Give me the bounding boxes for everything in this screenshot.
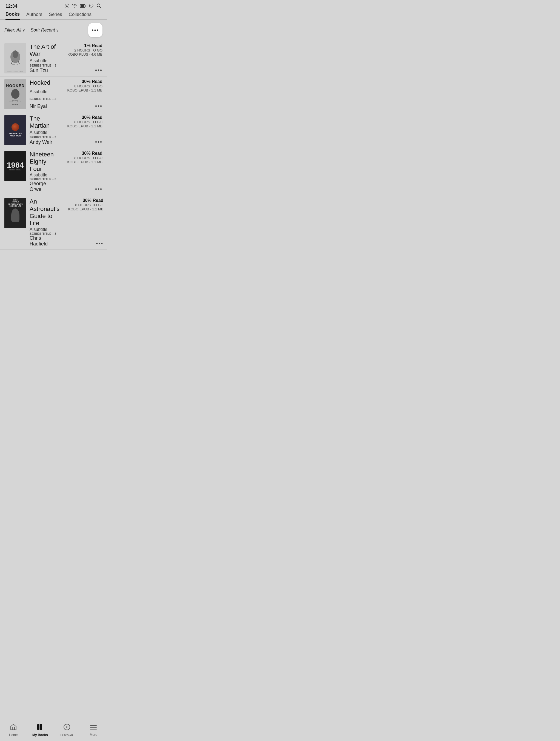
book-subtitle: A subtitle <box>29 89 59 94</box>
book-info: The Martian A subtitle SERIES TITLE - 3 … <box>29 115 61 145</box>
svg-line-15 <box>11 61 13 64</box>
book-author: George Orwell <box>29 181 59 192</box>
svg-line-8 <box>65 7 66 7</box>
file-info: KOBO EPUB · 1.1 MB <box>68 207 104 211</box>
meta-top: 30% Read 8 HOURS TO GO KOBO EPUB · 1.1 M… <box>67 79 103 92</box>
book-cover: ○○○○○○○○○○ 1 ▶ ■ Sun Tzu <box>4 43 26 73</box>
book-cover: HOOKED How to BuildHabit-Forming Product… <box>4 79 26 109</box>
filter-bar: Filter: All ∨ Sort: Recent ∨ ••• <box>0 20 107 41</box>
book-title: The Martian <box>29 115 59 130</box>
book-list: ○○○○○○○○○○ 1 ▶ ■ Sun Tzu The Art of War … <box>0 41 107 250</box>
list-item[interactable]: CHRISHADFIELD AN ASTRONAUT'SGUIDE TO LIF… <box>0 195 107 250</box>
list-item[interactable]: HOOKED How to BuildHabit-Forming Product… <box>0 76 107 112</box>
tab-collections[interactable]: Collections <box>69 12 91 19</box>
read-percent: 30% Read <box>67 115 103 120</box>
filter-chevron: ∨ <box>22 28 25 32</box>
book-meta: 1% Read 2 HOURS TO GO KOBO PLUS · 4.6 MB… <box>64 43 103 73</box>
file-info: KOBO EPUB · 1.1 MB <box>67 124 103 128</box>
svg-line-12 <box>100 7 101 8</box>
hours-to-go: 8 HOURS TO GO <box>67 120 103 124</box>
tab-series[interactable]: Series <box>49 12 62 19</box>
book-cover: 1984 GEORGE ORWELL <box>4 151 26 181</box>
book-series: SERIES TITLE - 3 <box>29 97 59 100</box>
book-title: The Art of War <box>29 43 59 58</box>
read-percent: 30% Read <box>68 198 104 203</box>
battery-icon <box>80 4 86 9</box>
book-info: Hooked A subtitle SERIES TITLE - 3 Nir E… <box>29 79 61 109</box>
book-series: SERIES TITLE - 3 <box>29 178 59 181</box>
read-percent: 30% Read <box>67 151 103 156</box>
hours-to-go: 2 HOURS TO GO <box>68 48 103 52</box>
filter-sort-group: Filter: All ∨ Sort: Recent ∨ <box>4 28 59 32</box>
item-more-button[interactable]: ••• <box>95 139 103 145</box>
list-item[interactable]: THE MARTIANANDY WEIR The Martian A subti… <box>0 112 107 148</box>
book-title: Hooked <box>29 79 59 86</box>
read-percent: 30% Read <box>67 79 103 84</box>
book-meta: 30% Read 8 HOURS TO GO KOBO EPUB · 1.1 M… <box>64 115 103 145</box>
filter-button[interactable]: Filter: All ∨ <box>4 28 25 32</box>
search-icon[interactable] <box>97 3 101 9</box>
status-time: 12:34 <box>5 4 17 9</box>
file-info: KOBO PLUS · 4.6 MB <box>68 52 103 56</box>
tab-bar: Books Authors Series Collections <box>0 11 107 20</box>
svg-point-14 <box>13 50 18 58</box>
brightness-icon <box>65 3 70 9</box>
book-subtitle: A subtitle <box>29 173 59 178</box>
svg-text:Sun Tzu: Sun Tzu <box>12 64 18 65</box>
svg-line-16 <box>18 61 19 64</box>
book-series: SERIES TITLE - 3 <box>29 232 59 235</box>
options-button[interactable]: ••• <box>88 23 103 37</box>
hours-to-go: 8 HOURS TO GO <box>67 156 103 160</box>
sync-icon[interactable] <box>89 3 94 9</box>
read-percent: 1% Read <box>68 43 103 48</box>
file-info: KOBO EPUB · 1.1 MB <box>67 88 103 92</box>
meta-top: 30% Read 8 HOURS TO GO KOBO EPUB · 1.1 M… <box>67 115 103 128</box>
book-series: SERIES TITLE - 3 <box>29 136 59 139</box>
svg-point-0 <box>66 5 68 7</box>
svg-line-7 <box>68 4 69 4</box>
item-more-button[interactable]: ••• <box>95 67 103 73</box>
filter-label: Filter: All <box>4 28 21 32</box>
book-series: SERIES TITLE - 3 <box>29 64 59 67</box>
book-info: The Art of War A subtitle SERIES TITLE -… <box>29 43 61 73</box>
meta-top: 1% Read 2 HOURS TO GO KOBO PLUS · 4.6 MB <box>68 43 103 56</box>
status-icons <box>65 3 101 9</box>
book-meta: 30% Read 8 HOURS TO GO KOBO EPUB · 1.1 M… <box>65 198 103 247</box>
hours-to-go: 8 HOURS TO GO <box>67 84 103 88</box>
book-title: Nineteen Eighty Four <box>29 151 59 173</box>
item-more-button[interactable]: ••• <box>95 186 103 192</box>
sort-label: Sort: Recent <box>31 28 55 32</box>
options-dots: ••• <box>91 27 99 33</box>
book-info: Nineteen Eighty Four A subtitle SERIES T… <box>29 151 61 192</box>
status-bar: 12:34 <box>0 0 107 11</box>
book-subtitle: A subtitle <box>29 58 59 63</box>
sort-chevron: ∨ <box>56 28 59 32</box>
meta-top: 30% Read 8 HOURS TO GO KOBO EPUB · 1.1 M… <box>68 198 104 211</box>
book-subtitle: A subtitle <box>29 130 59 135</box>
book-author: Sun Tzu <box>29 68 59 73</box>
wifi-icon <box>72 4 77 9</box>
book-author: Chris Hadfield <box>29 235 59 247</box>
book-subtitle: A subtitle <box>29 227 59 232</box>
book-author: Andy Weir <box>29 139 59 145</box>
list-item[interactable]: 1984 GEORGE ORWELL Nineteen Eighty Four … <box>0 148 107 195</box>
svg-line-5 <box>65 4 66 4</box>
sort-button[interactable]: Sort: Recent ∨ <box>31 28 59 32</box>
book-cover: THE MARTIANANDY WEIR <box>4 115 26 145</box>
item-more-button[interactable]: ••• <box>95 103 103 109</box>
book-title: An Astronaut's Guide to Life <box>29 198 59 227</box>
svg-rect-10 <box>80 5 84 7</box>
item-more-button[interactable]: ••• <box>96 241 103 247</box>
book-meta: 30% Read 8 HOURS TO GO KOBO EPUB · 1.1 M… <box>64 79 103 109</box>
book-author: Nir Eyal <box>29 104 59 109</box>
tab-authors[interactable]: Authors <box>26 12 43 19</box>
svg-line-6 <box>68 7 69 7</box>
file-info: KOBO EPUB · 1.1 MB <box>67 160 103 164</box>
book-meta: 30% Read 8 HOURS TO GO KOBO EPUB · 1.1 M… <box>64 151 103 192</box>
book-cover: CHRISHADFIELD AN ASTRONAUT'SGUIDE TO LIF… <box>4 198 26 228</box>
meta-top: 30% Read 8 HOURS TO GO KOBO EPUB · 1.1 M… <box>67 151 103 164</box>
tab-books[interactable]: Books <box>5 11 20 20</box>
list-item[interactable]: ○○○○○○○○○○ 1 ▶ ■ Sun Tzu The Art of War … <box>0 41 107 76</box>
book-info: An Astronaut's Guide to Life A subtitle … <box>29 198 62 247</box>
hours-to-go: 8 HOURS TO GO <box>68 203 104 207</box>
